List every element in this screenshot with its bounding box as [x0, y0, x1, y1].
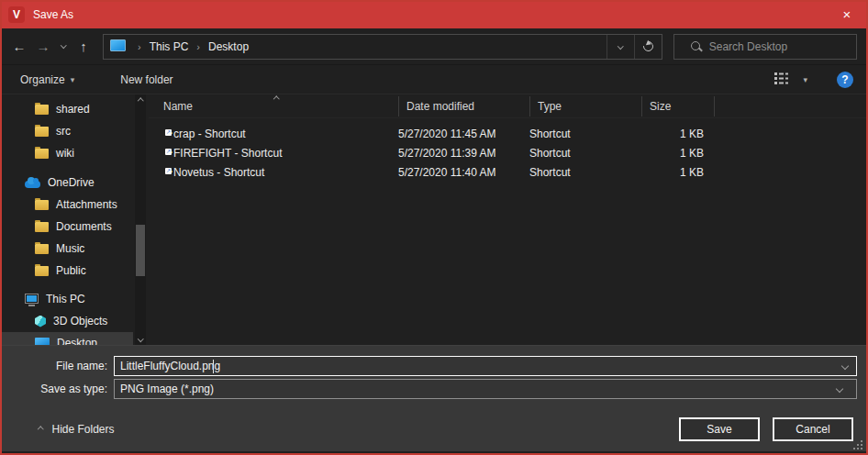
column-headers: Name Date modified Type Size	[149, 94, 866, 118]
sidebar-scrollbar[interactable]	[135, 94, 146, 345]
cell-size: 1 KB	[641, 128, 714, 140]
chevron-up-icon	[38, 427, 43, 432]
close-button[interactable]: ×	[826, 0, 868, 28]
desktop-location-icon	[110, 39, 126, 54]
save-button[interactable]: Save	[679, 417, 760, 441]
cell-size: 1 KB	[641, 166, 714, 179]
view-dropdown-caret[interactable]: ▾	[803, 75, 807, 84]
search-input[interactable]	[709, 40, 849, 53]
new-folder-button[interactable]: New folder	[120, 73, 172, 86]
details-view-icon	[774, 72, 790, 84]
file-name-input[interactable]	[115, 360, 842, 372]
refresh-icon	[641, 39, 655, 53]
file-row-firefight-shortcut[interactable]: ↗ FIREFIGHT - Shortcut 5/27/2020 11:39 A…	[149, 143, 866, 162]
save-as-type-value: PNG Image (*.png)	[120, 383, 214, 395]
navigation-pane: shared src wiki OneDrive Attachments Doc…	[2, 94, 149, 345]
file-name-label: File name:	[2, 360, 114, 372]
titlebar: V Save As ×	[0, 0, 868, 28]
breadcrumb-desktop[interactable]: Desktop	[206, 39, 250, 54]
cell-date: 5/27/2020 11:45 AM	[398, 128, 529, 140]
cell-date: 5/27/2020 11:40 AM	[398, 166, 529, 179]
breadcrumb-this-pc[interactable]: This PC	[148, 39, 191, 54]
sidebar-item-desktop[interactable]: Desktop	[2, 332, 133, 345]
save-as-type-select[interactable]: PNG Image (*.png)	[114, 379, 857, 399]
sidebar-item-public[interactable]: Public	[2, 260, 133, 282]
chevron-down-icon	[841, 362, 849, 370]
folder-icon	[35, 105, 49, 115]
cell-type: Shortcut	[529, 166, 641, 179]
shortcut-arrow-icon: ↗	[165, 168, 172, 174]
file-row-crap-shortcut[interactable]: ↗ crap - Shortcut 5/27/2020 11:45 AM Sho…	[149, 124, 866, 143]
sidebar-item-documents[interactable]: Documents	[2, 216, 133, 238]
text-caret	[213, 360, 214, 373]
view-details-button[interactable]	[774, 72, 790, 87]
onedrive-cloud-icon	[25, 181, 40, 188]
forward-button[interactable]: →	[31, 39, 55, 54]
vivaldi-app-icon: V	[8, 6, 25, 23]
sidebar-item-onedrive[interactable]: OneDrive	[2, 172, 133, 194]
search-icon	[690, 40, 701, 53]
back-button[interactable]: ←	[7, 39, 31, 54]
dialog-footer: File name: Save as type: PNG Image (*.pn…	[2, 345, 866, 451]
sidebar-item-shared[interactable]: shared	[2, 98, 133, 120]
column-header-date-modified[interactable]: Date modified	[406, 100, 474, 113]
save-as-type-label: Save as type:	[2, 383, 114, 395]
command-toolbar: Organize ▾ New folder ▾ ?	[2, 65, 866, 94]
chevron-down-icon	[836, 385, 843, 393]
recent-locations-dropdown[interactable]	[55, 43, 72, 48]
cell-type: Shortcut	[529, 147, 641, 160]
scroll-up-icon[interactable]	[135, 94, 146, 107]
column-header-size[interactable]: Size	[650, 100, 671, 113]
sidebar-item-this-pc[interactable]: This PC	[2, 288, 133, 310]
shortcut-arrow-icon: ↗	[165, 149, 172, 155]
file-list: Name Date modified Type Size ↗ crap - S	[149, 94, 866, 345]
cell-type: Shortcut	[529, 128, 641, 140]
help-button[interactable]: ?	[837, 72, 853, 88]
file-name-combobox[interactable]	[114, 356, 857, 376]
resize-grip[interactable]	[861, 448, 862, 449]
folder-icon	[35, 127, 49, 137]
sidebar-item-music[interactable]: Music	[2, 238, 133, 260]
folder-icon	[35, 266, 49, 276]
file-name-dropdown-button[interactable]	[842, 363, 856, 369]
up-button[interactable]: ↑	[72, 39, 95, 54]
cell-date: 5/27/2020 11:39 AM	[398, 147, 529, 160]
folder-icon	[35, 200, 49, 210]
sidebar-item-src[interactable]: src	[2, 120, 133, 142]
cube-icon	[35, 316, 46, 327]
scrollbar-thumb[interactable]	[136, 225, 145, 276]
window-title: Save As	[33, 8, 73, 21]
refresh-button[interactable]	[634, 35, 662, 59]
main-area: shared src wiki OneDrive Attachments Doc…	[2, 94, 866, 345]
organize-button[interactable]: Organize ▾	[20, 73, 74, 86]
hide-folders-button[interactable]: Hide Folders	[39, 423, 115, 436]
caret-down-icon: ▾	[71, 75, 75, 84]
chevron-down-icon	[61, 42, 66, 48]
search-box[interactable]	[673, 34, 857, 60]
address-bar[interactable]: › This PC › Desktop	[103, 34, 662, 60]
address-dropdown-button[interactable]	[606, 35, 634, 59]
sidebar-item-3d-objects[interactable]: 3D Objects	[2, 310, 133, 332]
folder-icon	[35, 149, 49, 159]
column-header-type[interactable]: Type	[538, 100, 562, 113]
chevron-down-icon	[618, 43, 623, 49]
navigation-bar: ← → ↑ › This PC › Desktop	[2, 28, 866, 65]
cancel-button[interactable]: Cancel	[773, 417, 853, 441]
cell-size: 1 KB	[641, 147, 714, 160]
column-header-name[interactable]: Name	[163, 100, 193, 113]
save-as-dialog: V Save As × ← → ↑ › This PC › Desktop Or…	[0, 0, 868, 455]
folder-icon	[35, 244, 49, 254]
scroll-down-icon[interactable]	[135, 332, 146, 345]
breadcrumb-chevron-icon: ›	[190, 41, 206, 52]
sidebar-item-attachments[interactable]: Attachments	[2, 194, 133, 216]
folder-icon	[35, 222, 49, 232]
shortcut-arrow-icon: ↗	[165, 129, 172, 136]
sidebar-item-wiki[interactable]: wiki	[2, 142, 133, 164]
sort-ascending-icon	[273, 96, 279, 102]
save-as-type-dropdown-button[interactable]	[837, 386, 851, 392]
computer-icon	[25, 294, 39, 304]
breadcrumb-chevron-icon: ›	[131, 41, 148, 52]
file-row-novetus-shortcut[interactable]: ↗ Novetus - Shortcut 5/27/2020 11:40 AM …	[149, 162, 866, 182]
desktop-icon	[35, 338, 50, 345]
